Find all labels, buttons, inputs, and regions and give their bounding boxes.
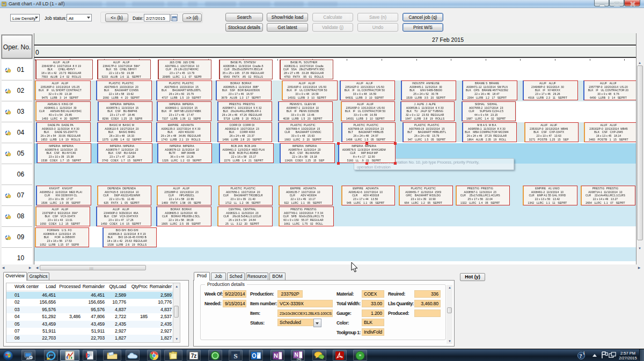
svg-text:7z: 7z [191, 353, 197, 359]
svg-text:”: ” [359, 353, 362, 358]
svg-text:N: N [274, 352, 278, 359]
svg-text:N: N [294, 352, 298, 358]
svg-text:S: S [233, 352, 237, 360]
svg-text:?: ? [580, 353, 582, 359]
